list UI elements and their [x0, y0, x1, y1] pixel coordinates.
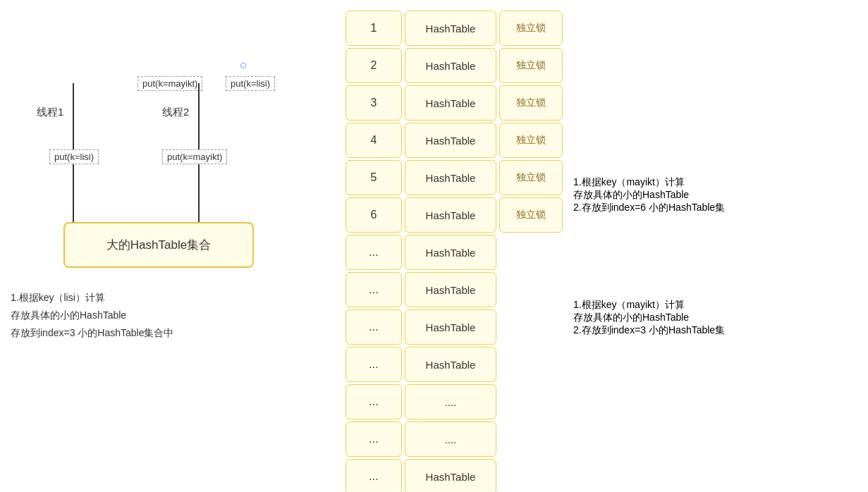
cell-hashtable: HashTable [405, 235, 496, 270]
call-t1-top: put(k=mayikt) [137, 76, 202, 91]
cell-hashtable: HashTable [405, 85, 496, 121]
table-row: ...HashTable [346, 347, 563, 382]
table-row: 6HashTable独立锁 [346, 197, 563, 233]
cell-hashtable: HashTable [405, 459, 496, 492]
cell-index: 3 [346, 85, 402, 121]
table-row: 4HashTable独立锁 [346, 123, 563, 158]
table-row: 5HashTable独立锁 [346, 160, 563, 195]
left-note-block: 1.根据key（lisi）计算 存放具体的小的HashTable 存放到inde… [11, 289, 331, 343]
cell-hashtable: HashTable [405, 272, 496, 307]
cell-hashtable: HashTable [405, 197, 496, 233]
thread-diagram: 线程1 线程2 put(k=mayikt) put(k=lisi) put(k=… [7, 7, 331, 275]
thread2-label: 线程2 [162, 106, 189, 119]
right-notes-area: 1.根据key（mayikt）计算 存放具体的小的HashTable 2.存放到… [573, 7, 785, 492]
table-row: 3HashTable独立锁 [346, 85, 563, 121]
call-t1-bottom: put(k=lisi) [49, 149, 99, 164]
cell-index: ... [346, 384, 402, 419]
right-note-2: 1.根据key（mayikt）计算 存放具体的小的HashTable 2.存放到… [573, 299, 785, 337]
table-row: 2HashTable独立锁 [346, 48, 563, 83]
table-row: ...HashTable [346, 235, 563, 270]
cell-index: 1 [346, 11, 402, 46]
page-container: 线程1 线程2 put(k=mayikt) put(k=lisi) put(k=… [0, 0, 868, 492]
cell-lock: 独立锁 [499, 85, 563, 121]
cell-lock: 独立锁 [499, 48, 563, 83]
cell-hashtable: HashTable [405, 11, 496, 46]
table-row: ...HashTable [346, 272, 563, 307]
cell-hashtable: .... [405, 422, 496, 457]
big-hashtable-box: 大的HashTable集合 [63, 222, 254, 268]
cell-hashtable: HashTable [405, 160, 496, 195]
cell-lock: 独立锁 [499, 197, 563, 233]
cursor-icon: ○ [240, 58, 247, 73]
thread1-label: 线程1 [37, 106, 63, 119]
cell-lock: 独立锁 [499, 123, 563, 158]
cell-hashtable: HashTable [405, 123, 496, 158]
cell-index: ... [346, 347, 402, 382]
cell-index: ... [346, 235, 402, 270]
cell-index: ... [346, 459, 402, 492]
left-notes: 1.根据key（lisi）计算 存放具体的小的HashTable 存放到inde… [7, 289, 331, 343]
cell-lock: 独立锁 [499, 11, 563, 46]
cell-index: 4 [346, 123, 402, 158]
cell-index: 6 [346, 197, 402, 233]
cell-hashtable: HashTable [405, 48, 496, 83]
table-container: 1HashTable独立锁2HashTable独立锁3HashTable独立锁4… [346, 11, 563, 492]
table-row: ...HashTable [346, 309, 563, 345]
left-section: 线程1 线程2 put(k=mayikt) put(k=lisi) put(k=… [7, 7, 331, 492]
cell-index: ... [346, 422, 402, 457]
cell-hashtable: HashTable [405, 309, 496, 345]
cell-hashtable: .... [405, 384, 496, 419]
cell-index: 5 [346, 160, 402, 195]
call-t2-bottom: put(k=mayikt) [162, 149, 227, 164]
cell-lock: 独立锁 [499, 160, 563, 195]
cell-index: 2 [346, 48, 402, 83]
table-row: ....... [346, 384, 563, 419]
table-row: ...HashTable [346, 459, 563, 492]
cell-index: ... [346, 272, 402, 307]
right-note-1: 1.根据key（mayikt）计算 存放具体的小的HashTable 2.存放到… [573, 176, 785, 214]
table-row: 1HashTable独立锁 [346, 11, 563, 46]
cell-hashtable: HashTable [405, 347, 496, 382]
cell-index: ... [346, 309, 402, 345]
call-t2-top: put(k=lisi) [226, 76, 275, 91]
table-row: ....... [346, 422, 563, 457]
right-section: 1HashTable独立锁2HashTable独立锁3HashTable独立锁4… [331, 7, 861, 492]
